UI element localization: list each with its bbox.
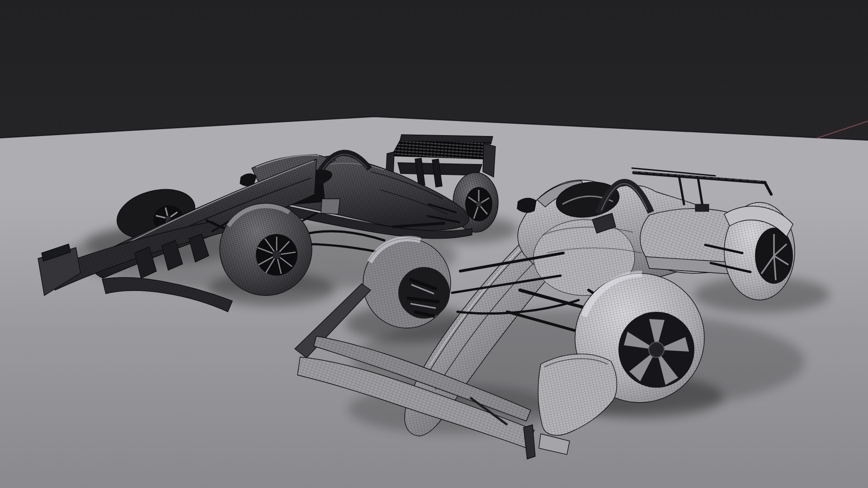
car-right-mirror [517, 198, 536, 212]
car-left-sidepod-panel [321, 199, 340, 214]
viewport-canvas[interactable]: Ground plane X axis grid line Race car m… [0, 0, 868, 488]
car-left-front-wheel[interactable] [220, 203, 312, 296]
car-right-far-front-wheel[interactable] [363, 239, 451, 328]
viewport-3d[interactable]: Ground plane X axis grid line Race car m… [0, 0, 868, 488]
